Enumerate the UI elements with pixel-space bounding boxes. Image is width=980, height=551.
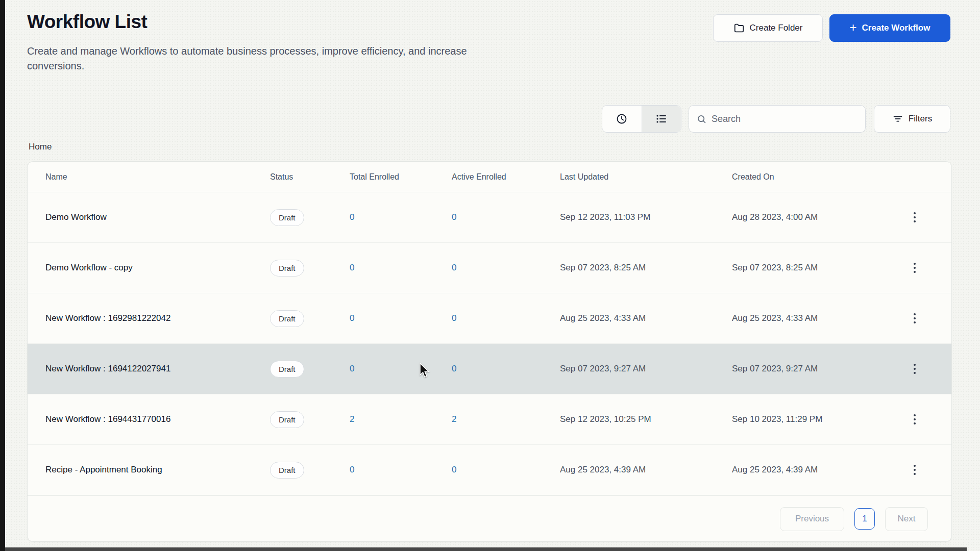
plus-icon: + [850, 21, 857, 34]
view-toggle [602, 105, 681, 133]
column-header-last-updated: Last Updated [560, 172, 732, 182]
table-row[interactable]: Recipe - Appointment Booking Draft 0 0 A… [28, 445, 951, 495]
workflow-name: Demo Workflow - copy [45, 263, 270, 273]
total-enrolled-value[interactable]: 0 [350, 364, 452, 374]
created-on-value: Aug 25 2023, 4:39 AM [732, 465, 898, 475]
status-badge: Draft [270, 209, 304, 226]
page-subtitle: Create and manage Workflows to automate … [27, 44, 509, 73]
history-view-button[interactable] [602, 106, 642, 132]
pagination-page-1-button[interactable]: 1 [854, 508, 875, 530]
row-actions-kebab-button[interactable] [906, 409, 923, 430]
table-header: Name Status Total Enrolled Active Enroll… [28, 162, 951, 192]
filters-button[interactable]: Filters [874, 105, 950, 133]
row-actions-kebab-button[interactable] [906, 207, 923, 228]
search-input[interactable] [712, 114, 858, 124]
active-enrolled-value[interactable]: 0 [452, 313, 560, 323]
status-badge: Draft [270, 361, 304, 378]
last-updated-value: Sep 07 2023, 9:27 AM [560, 364, 732, 374]
table-footer: Previous 1 Next [28, 495, 951, 542]
created-on-value: Sep 10 2023, 11:29 PM [732, 414, 898, 424]
search-icon [696, 114, 707, 124]
create-folder-label: Create Folder [750, 23, 803, 33]
column-header-total-enrolled: Total Enrolled [350, 172, 452, 182]
create-folder-button[interactable]: Create Folder [713, 14, 823, 42]
table-row[interactable]: Demo Workflow - copy Draft 0 0 Sep 07 20… [28, 243, 951, 293]
filters-label: Filters [909, 114, 932, 124]
clock-icon [616, 113, 628, 125]
workflow-name: Demo Workflow [45, 212, 270, 222]
screen-edge-bottom [5, 547, 967, 551]
total-enrolled-value[interactable]: 0 [350, 263, 452, 273]
column-header-active-enrolled: Active Enrolled [452, 172, 560, 182]
last-updated-value: Sep 12 2023, 11:03 PM [560, 212, 732, 222]
table-body: Demo Workflow Draft 0 0 Sep 12 2023, 11:… [28, 192, 951, 495]
screen-edge-left [0, 0, 5, 551]
table-row[interactable]: Demo Workflow Draft 0 0 Sep 12 2023, 11:… [28, 192, 951, 243]
table-row[interactable]: New Workflow : 1694431770016 Draft 2 2 S… [28, 394, 951, 445]
workflow-name: New Workflow : 1692981222042 [45, 313, 270, 323]
search-box [689, 105, 866, 133]
column-header-name: Name [45, 172, 270, 182]
status-badge: Draft [270, 462, 304, 479]
row-actions-kebab-button[interactable] [906, 308, 923, 329]
workflow-name: New Workflow : 1694431770016 [45, 414, 270, 424]
page-title: Workflow List [27, 11, 147, 33]
column-header-status: Status [270, 172, 350, 182]
row-actions-kebab-button[interactable] [906, 359, 923, 379]
breadcrumb-home[interactable]: Home [29, 142, 52, 152]
workflow-name: New Workflow : 1694122027941 [45, 364, 270, 374]
pagination-next-button[interactable]: Next [885, 507, 928, 531]
status-badge: Draft [270, 310, 304, 327]
total-enrolled-value[interactable]: 0 [350, 212, 452, 222]
workflow-table: Name Status Total Enrolled Active Enroll… [27, 161, 952, 542]
active-enrolled-value[interactable]: 0 [452, 364, 560, 374]
create-workflow-button[interactable]: + Create Workflow [829, 14, 950, 42]
created-on-value: Sep 07 2023, 8:25 AM [732, 263, 898, 273]
pagination-previous-button[interactable]: Previous [780, 507, 844, 531]
folder-icon [733, 22, 745, 34]
total-enrolled-value[interactable]: 0 [350, 465, 452, 475]
filter-lines-icon [892, 113, 903, 124]
list-view-button[interactable] [642, 106, 681, 132]
active-enrolled-value[interactable]: 2 [452, 414, 560, 424]
workflow-name: Recipe - Appointment Booking [45, 465, 270, 475]
status-badge: Draft [270, 260, 304, 277]
create-workflow-label: Create Workflow [862, 23, 930, 33]
last-updated-value: Aug 25 2023, 4:39 AM [560, 465, 732, 475]
row-actions-kebab-button[interactable] [906, 460, 923, 480]
total-enrolled-value[interactable]: 2 [350, 414, 452, 424]
list-icon [655, 113, 668, 125]
last-updated-value: Sep 12 2023, 10:25 PM [560, 414, 732, 424]
total-enrolled-value[interactable]: 0 [350, 313, 452, 323]
created-on-value: Aug 28 2023, 4:00 AM [732, 212, 898, 222]
last-updated-value: Sep 07 2023, 8:25 AM [560, 263, 732, 273]
column-header-created-on: Created On [732, 172, 898, 182]
active-enrolled-value[interactable]: 0 [452, 465, 560, 475]
row-actions-kebab-button[interactable] [906, 258, 923, 278]
status-badge: Draft [270, 411, 304, 428]
active-enrolled-value[interactable]: 0 [452, 212, 560, 222]
last-updated-value: Aug 25 2023, 4:33 AM [560, 313, 732, 323]
created-on-value: Sep 07 2023, 9:27 AM [732, 364, 898, 374]
table-row[interactable]: New Workflow : 1692981222042 Draft 0 0 A… [28, 293, 951, 344]
created-on-value: Aug 25 2023, 4:33 AM [732, 313, 898, 323]
table-row[interactable]: New Workflow : 1694122027941 Draft 0 0 S… [28, 344, 951, 394]
active-enrolled-value[interactable]: 0 [452, 263, 560, 273]
